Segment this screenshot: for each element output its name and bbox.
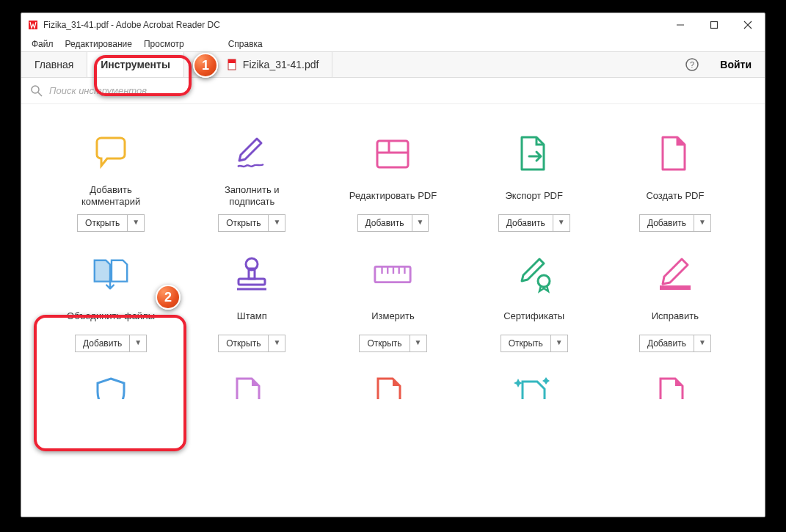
export-icon	[514, 134, 555, 175]
pdf-icon	[227, 59, 239, 70]
svg-text:?: ?	[690, 60, 694, 69]
help-button[interactable]: ?	[677, 52, 707, 77]
search-input[interactable]	[49, 85, 756, 96]
minimize-button[interactable]	[663, 13, 697, 36]
combine-icon	[90, 254, 131, 295]
menu-edit[interactable]: Редактирование	[59, 37, 138, 51]
tool-certificates-dropdown[interactable]: Открыть▼	[501, 335, 568, 352]
page-icon	[231, 374, 272, 399]
tool-stamp[interactable]: Штамп Открыть▼	[184, 254, 319, 352]
tool-redact-dropdown[interactable]: Добавить▼	[639, 335, 711, 352]
svg-point-9	[32, 86, 39, 93]
shield-icon	[90, 374, 131, 399]
chevron-down-icon: ▼	[130, 335, 146, 351]
partial-tool-row	[21, 352, 765, 399]
chevron-down-icon: ▼	[269, 335, 285, 351]
login-button[interactable]: Войти	[707, 52, 765, 77]
tab-main[interactable]: Главная	[21, 52, 87, 77]
tab-tools[interactable]: Инструменты	[87, 52, 184, 77]
redact-icon	[655, 254, 696, 295]
edit-pdf-icon	[372, 134, 413, 175]
svg-rect-6	[228, 59, 236, 63]
menubar: Файл Редактирование Просмотр Окно Справк…	[21, 36, 765, 51]
tool-create-pdf-dropdown[interactable]: Добавить▼	[639, 214, 711, 232]
tool-comment[interactable]: Добавить комментарий Открыть▼	[43, 134, 178, 232]
svg-rect-2	[711, 21, 718, 28]
tool-measure-dropdown[interactable]: Открыть▼	[359, 335, 426, 352]
chevron-down-icon: ▼	[694, 335, 710, 351]
chevron-down-icon: ▼	[269, 215, 285, 231]
tool-comment-dropdown[interactable]: Открыть▼	[77, 214, 145, 232]
create-icon	[655, 134, 696, 175]
chevron-down-icon: ▼	[412, 215, 429, 231]
app-window: Fizika_31-41.pdf - Adobe Acrobat Reader …	[21, 12, 765, 517]
chevron-down-icon: ▼	[694, 215, 710, 231]
tools-content: Добавить комментарий Открыть▼ Заполнить …	[21, 104, 765, 517]
tool-export-pdf-dropdown[interactable]: Добавить▼	[498, 214, 570, 232]
window-title: Fizika_31-41.pdf - Adobe Acrobat Reader …	[43, 20, 663, 30]
search-icon	[30, 84, 43, 98]
chevron-down-icon: ▼	[553, 215, 570, 231]
tool-fill-sign-dropdown[interactable]: Открыть▼	[218, 214, 285, 232]
chevron-down-icon: ▼	[410, 335, 426, 351]
menu-file[interactable]: Файл	[26, 37, 59, 51]
tab-document[interactable]: Fizika_31-41.pdf	[214, 52, 333, 77]
tool-certificates[interactable]: Сертификаты Открыть▼	[467, 254, 602, 352]
titlebar: Fizika_31-41.pdf - Adobe Acrobat Reader …	[21, 13, 765, 36]
badge-2: 2	[156, 285, 181, 310]
sparkle-page-icon	[514, 374, 555, 399]
search-bar	[21, 78, 765, 104]
cert-icon	[514, 254, 555, 295]
tool-edit-pdf[interactable]: Редактировать PDF Добавить▼	[325, 134, 460, 232]
chevron-down-icon: ▼	[128, 215, 144, 231]
window-controls	[663, 13, 765, 36]
tool-create-pdf[interactable]: Создать PDF Добавить▼	[608, 134, 743, 232]
svg-point-24	[538, 275, 550, 287]
comment-icon	[90, 134, 131, 175]
tool-combine-files-dropdown[interactable]: Добавить▼	[75, 335, 147, 352]
menu-help[interactable]: Справка	[222, 37, 269, 51]
tool-redact[interactable]: Исправить Добавить▼	[608, 254, 743, 352]
tool-fill-sign[interactable]: Заполнить и подписать Открыть▼	[184, 134, 319, 232]
badge-1: 1	[193, 53, 218, 78]
tool-measure[interactable]: Измерить Открыть▼	[325, 254, 460, 352]
page-icon	[655, 374, 696, 399]
adobe-icon	[27, 19, 39, 31]
close-button[interactable]	[731, 13, 765, 36]
tool-edit-pdf-dropdown[interactable]: Добавить▼	[357, 214, 429, 232]
svg-line-10	[38, 92, 42, 96]
tool-export-pdf[interactable]: Экспорт PDF Добавить▼	[467, 134, 602, 232]
sign-icon	[231, 134, 272, 175]
stamp-icon	[231, 254, 272, 295]
chevron-down-icon: ▼	[551, 335, 567, 351]
svg-rect-25	[660, 285, 691, 290]
menu-view[interactable]: Просмотр	[138, 37, 190, 51]
measure-icon	[372, 254, 413, 295]
page-icon	[372, 374, 413, 399]
svg-rect-16	[239, 279, 265, 285]
tabbar: Главная Инструменты Fizika_31-41.pdf ? В…	[21, 51, 765, 78]
tool-stamp-dropdown[interactable]: Открыть▼	[218, 335, 285, 352]
maximize-button[interactable]	[697, 13, 731, 36]
svg-rect-11	[377, 141, 408, 167]
